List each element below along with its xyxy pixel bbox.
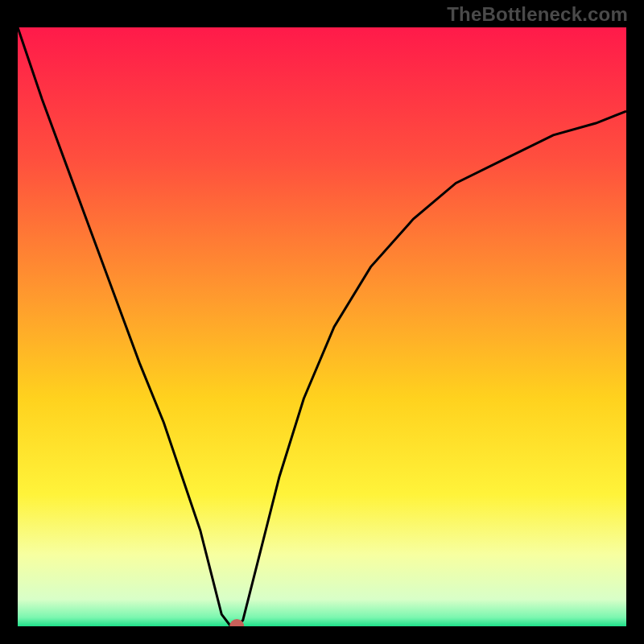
watermark-text: TheBottleneck.com	[447, 3, 628, 26]
plot-area	[18, 27, 626, 626]
chart-frame: TheBottleneck.com	[0, 0, 644, 644]
gradient-background	[18, 27, 626, 626]
plot-svg	[18, 27, 626, 626]
